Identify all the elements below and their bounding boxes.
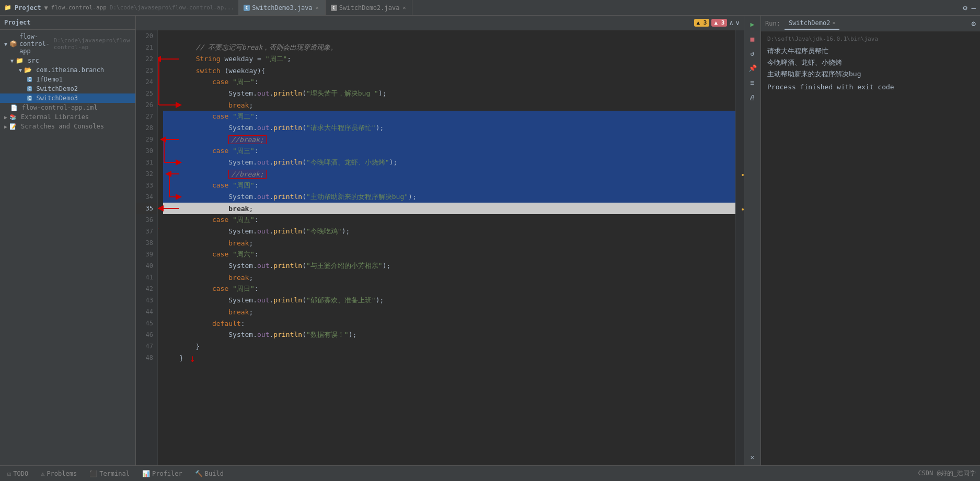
code-line-41[interactable]: break; [163, 272, 735, 283]
editor-vert-toolbar: ▶ ■ ↺ 📌 ≡ 🖨 ✕ [744, 16, 760, 465]
code-line-28[interactable]: System.out.println("请求大牛程序员帮忙"); [163, 122, 735, 134]
code-line-27[interactable]: case "周二": [163, 111, 735, 122]
build-label: Build [205, 470, 224, 477]
code-line-42[interactable]: case "周日": [163, 283, 735, 295]
project-name-label: flow-control-app [19, 33, 50, 55]
run-panel: Run: SwitchDemo2 ✕ ⚙ D:\soft\Java\jdk-16… [760, 16, 980, 465]
stop-btn[interactable]: ■ [746, 32, 759, 45]
ln-21: 21 [136, 42, 157, 53]
code-text-24: case "周一": [163, 77, 259, 87]
run-tab-label: SwitchDemo2 [789, 19, 830, 27]
sidebar-item-switchdemo2[interactable]: C SwitchDemo2 [0, 84, 135, 93]
code-line-32[interactable]: //break; [163, 168, 735, 180]
code-line-46[interactable]: System.out.println("数据有误！"); [163, 329, 735, 341]
code-line-45[interactable]: default: [163, 318, 735, 329]
code-line-29[interactable]: //break; [163, 134, 735, 145]
code-line-47[interactable]: } [163, 341, 735, 352]
right-gutter [735, 30, 744, 465]
navigate-up-icon[interactable]: ∧ [729, 19, 733, 27]
ln-36: 36 [136, 214, 157, 226]
close-output-btn[interactable]: ✕ [746, 451, 759, 463]
chevron-down-icon-pkg: ▼ [19, 67, 22, 73]
minimize-icon[interactable]: — [972, 4, 976, 12]
code-text-37: System.out.println("今晚吃鸡"); [163, 227, 350, 236]
code-line-23[interactable]: switch (weekday){ [163, 65, 735, 76]
code-text-33: case "周四": [163, 181, 259, 190]
code-line-36[interactable]: case "周五": [163, 214, 735, 226]
ln-35: 35 [136, 203, 157, 214]
sidebar-item-switchdemo3[interactable]: C SwitchDemo3 [0, 93, 135, 103]
code-line-37[interactable]: System.out.println("今晚吃鸡"); [163, 226, 735, 237]
pkg-label: com.itheima.branch [36, 66, 104, 74]
editor-toolbar: ▲ 3 ▲ 3 ∧ ∨ [136, 16, 744, 30]
bottom-tab-terminal[interactable]: ⬛ Terminal [86, 468, 133, 479]
filter-btn[interactable]: 🖨 [746, 91, 759, 103]
chevron-down-icon-src: ▼ [10, 58, 14, 64]
code-line-33[interactable]: case "周四": [163, 180, 735, 191]
rerun-btn[interactable]: ↺ [746, 47, 759, 60]
code-text-29: //break; [163, 136, 267, 144]
code-line-38[interactable]: break; [163, 237, 735, 249]
code-line-20[interactable] [163, 30, 735, 42]
code-line-35[interactable]: break; [163, 203, 735, 214]
chevron-right-icon-2: ▶ [4, 124, 7, 130]
code-editor[interactable]: 20 21 22 23 24 25 26 27 28 29 30 31 32 3… [136, 30, 744, 465]
sidebar-item-extlibs[interactable]: ▶ 📚 External Libraries [0, 112, 135, 122]
bottom-tab-build[interactable]: 🔨 Build [192, 468, 227, 479]
run-tab-switchdemo2[interactable]: SwitchDemo2 ✕ [785, 17, 840, 30]
run-exit-line: Process finished with exit code [767, 83, 974, 91]
bottom-tab-profiler[interactable]: 📊 Profiler [139, 468, 186, 479]
code-line-21[interactable]: // 不要忘记写break，否则会出现穿透现象。 [163, 42, 735, 53]
code-line-26[interactable]: break; [163, 99, 735, 111]
bottom-tab-todo[interactable]: ☑ TODO [4, 468, 31, 479]
tab-switchdemo3[interactable]: C SwitchDemo3.java ✕ [238, 0, 326, 15]
sidebar-item-package[interactable]: ▼ 📂 com.itheima.branch [0, 65, 135, 75]
code-text-41: break; [163, 274, 253, 281]
code-line-31[interactable]: System.out.println("今晚啤酒、龙虾、小烧烤"); [163, 157, 735, 168]
sidebar-item-project[interactable]: ▼ 📦 flow-control-app D:\code\javasepro\f… [0, 32, 135, 56]
navigate-down-icon[interactable]: ∨ [735, 19, 740, 27]
run-output[interactable]: D:\soft\Java\jdk-16.0.1\bin\java 请求大牛程序员… [761, 31, 980, 465]
todo-icon: ☑ [7, 470, 11, 477]
ln-20: 20 [136, 30, 157, 42]
sidebar-item-ifdemo1[interactable]: C IfDemo1 [0, 75, 135, 84]
extlibs-icon: 📚 [9, 114, 17, 121]
code-line-24[interactable]: case "周一": [163, 76, 735, 88]
code-content[interactable]: // 不要忘记写break，否则会出现穿透现象。 String weekday … [158, 30, 735, 465]
pin-btn[interactable]: 📌 [746, 62, 759, 74]
code-line-22[interactable]: String weekday = "周二"; [163, 53, 735, 65]
code-line-48[interactable]: } [163, 352, 735, 363]
sidebar-tree[interactable]: ▼ 📦 flow-control-app D:\code\javasepro\f… [0, 30, 135, 465]
sidebar-item-scratches[interactable]: ▶ 📝 Scratches and Consoles [0, 122, 135, 131]
code-line-44[interactable]: break; [163, 306, 735, 318]
tab-close-1[interactable]: ✕ [315, 4, 320, 11]
tab-label-1: SwitchDemo3.java [252, 4, 313, 11]
code-line-40[interactable]: System.out.println("与王婆介绍的小芳相亲"); [163, 260, 735, 272]
ln-42: 42 [136, 283, 157, 295]
ln-26: 26 [136, 99, 157, 111]
bottom-tab-problems[interactable]: ⚠ Problems [38, 468, 80, 479]
bottom-arrow: ↓ [189, 352, 195, 365]
tab-bar: C SwitchDemo3.java ✕ C SwitchDemo2.java … [238, 0, 959, 15]
settings-icon[interactable]: ⚙ [963, 4, 967, 12]
ln-48: 48 [136, 352, 157, 363]
tab-switchdemo2[interactable]: C SwitchDemo2.java ✕ [326, 0, 413, 15]
project-name: flow-control-app [51, 4, 107, 11]
project-path: D:\code\javasepro\flow-control-ap... [110, 4, 234, 11]
run-btn-green[interactable]: ▶ [746, 18, 759, 30]
code-line-30[interactable]: case "周三": [163, 145, 735, 157]
run-tab-close[interactable]: ✕ [832, 20, 835, 26]
sidebar-item-src[interactable]: ▼ 📁 src [0, 56, 135, 65]
scroll-btn[interactable]: ≡ [746, 76, 759, 89]
code-line-25[interactable]: System.out.println("埋头苦干，解决bug "); [163, 88, 735, 99]
code-line-43[interactable]: System.out.println("郁郁寡欢、准备上班"); [163, 295, 735, 306]
code-line-39[interactable]: case "周六": [163, 249, 735, 260]
run-settings-icon[interactable]: ⚙ [972, 19, 976, 28]
ln-40: 40 [136, 260, 157, 272]
sidebar-item-iml[interactable]: 📄 flow-control-app.iml [0, 103, 135, 112]
tab-close-2[interactable]: ✕ [401, 4, 407, 11]
code-text-32: //break; [163, 170, 267, 178]
error-badge: ▲ 3 [711, 19, 727, 27]
code-line-34[interactable]: System.out.println("主动帮助新来的女程序解决bug"); [163, 191, 735, 203]
code-text-23: switch (weekday){ [163, 67, 266, 75]
